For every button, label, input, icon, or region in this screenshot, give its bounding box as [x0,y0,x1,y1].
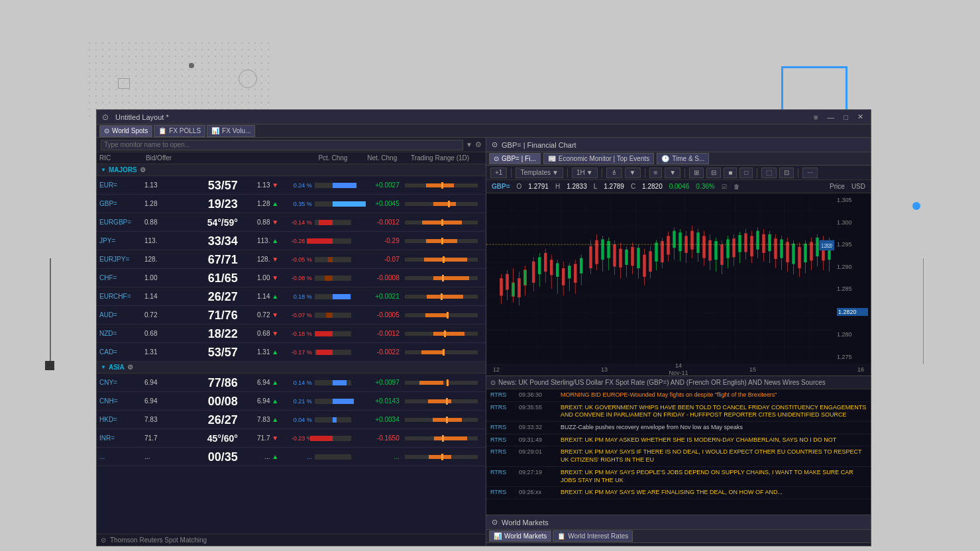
mcol-plus-header[interactable]: + [855,545,868,546]
add-indicator-button[interactable]: +1 [490,168,507,178]
dropdown-arrow[interactable]: ▼ [466,141,472,148]
chart-style-2[interactable]: ▼ [625,168,641,178]
section-gear-icon[interactable]: ⚙ [140,166,146,174]
table-row[interactable]: EURGBP= 0.88 54°/59° 0.88 ▼ -0.14 % -0.0… [97,213,486,232]
svg-rect-77 [726,239,730,258]
tab-world-interest[interactable]: 📋 World Interest Rates [553,530,633,542]
table-row[interactable]: EURJPY= 128. 67/71 128. ▼ -0.05 % -0.07 [97,250,486,269]
table-row[interactable]: HKD= 7.83 26/27 7.83 ▲ 0.04 % +0.0034 [97,411,486,429]
ric-cell: CAD= [99,348,144,356]
table-row[interactable]: AUD= 0.72 71/76 0.72 ▼ -0.07 % -0.0005 [97,306,486,325]
price-level-1295: 1.295 [837,241,868,248]
close-button[interactable]: ✕ [855,113,865,121]
toolbar-sep-2 [567,168,568,177]
pct-cell: 0.18 % [280,293,351,300]
svg-rect-67 [696,232,700,253]
news-row[interactable]: RTRS 09:31:49 BREXIT: UK PM MAY ASKED WH… [486,434,871,447]
templates-button[interactable]: Templates ▼ [516,168,563,178]
svg-rect-21 [556,263,559,277]
table-row[interactable]: NZD= 0.68 18/22 0.68 ▼ -0.18 % -0.0012 [97,325,486,343]
svg-rect-85 [750,236,753,256]
svg-rect-73 [714,241,718,260]
table-row[interactable]: CNY= 6.94 77/86 6.94 ▲ 0.14 % +0.0097 [97,374,486,392]
table-row[interactable]: CHF= 1.00 61/65 1.00 ▼ -0.08 % -0.0008 [97,269,486,287]
chart-panel-icon: ⊙ [492,140,498,149]
chart-tool-6[interactable]: □ [739,168,753,178]
chart-trash-icon[interactable]: 🗑 [734,183,739,190]
table-row[interactable]: JPY= 113. 33/34 113. ▲ -0.26 % -0.29 [97,232,486,250]
svg-rect-15 [538,257,541,274]
bid-cell: 1.00 [144,274,177,281]
range-marker [447,379,449,386]
news-row[interactable]: RTRS 09:29:01 BREXIT: UK PM MAY SAYS IF … [486,446,871,466]
pct-bar-bg [315,276,351,281]
fx-volu-tab-icon: 📊 [211,127,219,134]
chart-more-button[interactable]: ··· [802,168,817,178]
news-row[interactable]: RTRS 09:27:19 BREXIT: UK PM MAY SAYS PEO… [486,467,871,487]
table-row[interactable]: CNH= 6.94 00/08 6.94 ▲ 0.21 % +0.0143 [97,392,486,411]
chart-tool-1[interactable]: ≡ [649,168,663,178]
table-row[interactable]: EUR= 1.13 53/57 1.13 ▼ 0.24 % +0.0027 [97,176,486,195]
chart-tab-econ[interactable]: 📰 Economic Monitor | Top Events [543,153,654,164]
ric-cell: GBP= [99,200,144,207]
range-bar-bg [405,239,478,243]
table-row[interactable]: GBP= 1.28 19/23 1.28 ▲ 0.35 % +0.0045 [97,195,486,213]
chart-tool-7[interactable]: ⬚ [761,168,777,178]
chart-tab-gbp[interactable]: ⊙ GBP= | Fi... [489,153,541,164]
net-cell: -0.07 [351,256,400,263]
table-row[interactable]: EURCHF= 1.14 26/27 1.14 ▲ 0.18 % +0.0021 [97,287,486,306]
range-bar-bg [405,350,478,354]
menu-button[interactable]: ≡ [812,113,820,121]
news-row[interactable]: RTRS 09:35:55 BREXIT: UK GOVERNMENT WHIP… [486,402,871,422]
maximize-button[interactable]: □ [842,113,850,121]
minimize-button[interactable]: — [825,113,836,121]
timeframe-button[interactable]: 1H ▼ [572,168,598,178]
pct-bar-bg [315,380,351,385]
svg-rect-17 [544,253,547,272]
chart-high-val: 1.2833 [567,183,587,190]
chart-tool-3[interactable]: ⊞ [689,168,704,178]
svg-rect-19 [550,260,553,275]
pct-bar-bg [315,436,351,441]
news-title: News: UK Pound Sterling/US Dollar FX Spo… [498,379,826,386]
chart-price-label: Price [830,183,845,190]
chart-tool-4[interactable]: ⊟ [706,168,721,178]
markets-icon: ⊙ [492,518,498,526]
search-input[interactable] [101,140,463,150]
tab-fx-volu[interactable]: 📊 FX Volu... [207,125,255,137]
chart-tab-time-icon: 🕐 [661,155,669,162]
chart-tab-time[interactable]: 🕐 Time & S... [657,153,709,164]
table-row[interactable]: CAD= 1.31 53/57 1.31 ▲ -0.17 % -0.0022 [97,343,486,362]
tab-fx-polls[interactable]: 📋 FX POLLS [154,125,205,137]
news-row[interactable]: RTRS 09:26:xx BREXIT: UK PM MAY SAYS WE … [486,487,871,499]
pct-cell: -0.05 % [280,256,351,263]
news-row[interactable]: RTRS 09:36:30 MORNING BID EUROPE-Wounded… [486,389,871,402]
table-row[interactable]: INR= 71.7 45°/60° 71.7 ▼ -0.23 % -0.1650 [97,429,486,448]
templates-label: Templates [520,169,551,176]
chart-tool-5[interactable]: ■ [724,168,737,178]
tab-world-markets[interactable]: 📊 World Markets [489,530,551,542]
net-cell: -0.0022 [351,348,400,356]
pct-bar-fill [328,257,333,262]
last-cell: 7.83 [238,416,270,423]
chart-checkbox[interactable]: ☑ [722,183,727,190]
chart-price-axis: 1.305 1.300 1.295 1.290 1.285 1.2820 1.2… [834,193,871,364]
section-gear-icon[interactable]: ⚙ [127,364,133,371]
chart-tool-2[interactable]: ▼ [665,168,681,178]
range-marker [443,256,445,263]
status-icon: ⊙ [101,536,106,544]
pct-bar-fill [333,380,347,385]
table-row[interactable]: ... ... 00/35 ... ▲ ... ... [97,448,486,466]
tab-world-spots[interactable]: ⊙ World Spots [99,125,152,137]
news-row[interactable]: RTRS 09:33:32 BUZZ-Cable pushes recovery… [486,422,871,434]
pct-bar-bg [315,417,351,423]
direction-arrow-icon: ▼ [270,256,280,263]
chart-style-1[interactable]: 🕯 [606,168,622,178]
direction-arrow-icon: ▲ [270,379,280,386]
news-panel: ⊙ News: UK Pound Sterling/US Dollar FX S… [486,376,871,515]
settings-gear-icon[interactable]: ⚙ [475,140,482,149]
direction-arrow-icon: ▼ [270,219,280,226]
price-cell: 67/71 [177,254,238,266]
pct-text: -0.14 % [287,219,312,226]
chart-tool-8[interactable]: ⊡ [779,168,794,178]
